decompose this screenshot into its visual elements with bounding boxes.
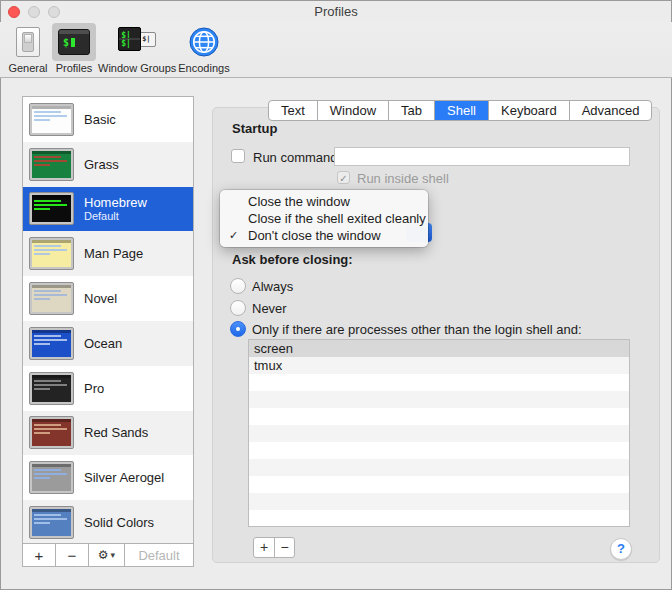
profile-item-red-sands[interactable]: Red Sands [23, 411, 193, 456]
profile-thumbnail [29, 148, 74, 181]
profile-name: Man Page [84, 246, 143, 261]
add-profile-button[interactable]: + [23, 544, 56, 566]
radio-only-if-processes-label: Only if there are processes other than t… [252, 322, 582, 337]
startup-heading: Startup [232, 121, 278, 136]
profile-item-pro[interactable]: Pro [23, 366, 193, 411]
run-inside-shell-checkbox[interactable]: ✓ [337, 171, 350, 184]
toolbar-item-window-groups[interactable]: $| $| $| Window Groups [98, 22, 176, 74]
tab-shell[interactable]: Shell [434, 101, 488, 120]
profile-name: Homebrew [84, 195, 147, 210]
profile-thumbnail [29, 237, 74, 270]
profile-item-man-page[interactable]: Man Page [23, 231, 193, 276]
titlebar[interactable]: Profiles [0, 0, 672, 22]
radio-never-label: Never [252, 301, 287, 316]
toolbar-item-encodings[interactable]: Encodings [178, 22, 229, 74]
profile-item-ocean[interactable]: Ocean [23, 321, 193, 366]
run-command-label: Run command: [253, 150, 341, 165]
profile-item-basic[interactable]: Basic [23, 97, 193, 142]
profile-name: Silver Aerogel [84, 470, 164, 485]
run-command-input[interactable] [334, 147, 630, 166]
profile-item-solid-colors[interactable]: Solid Colors [23, 500, 193, 545]
toolbar-item-label: Window Groups [98, 62, 176, 74]
menu-item-close-window[interactable]: Close the window [220, 193, 428, 210]
process-row-screen[interactable]: screen [249, 340, 629, 357]
tab-advanced[interactable]: Advanced [569, 101, 652, 120]
tab-tab[interactable]: Tab [388, 101, 434, 120]
profiles-list: Basic Grass Homebrew Default Man Page No… [22, 96, 194, 567]
set-default-button[interactable]: Default [125, 544, 193, 566]
tab-keyboard[interactable]: Keyboard [488, 101, 569, 120]
profile-item-novel[interactable]: Novel [23, 276, 193, 321]
run-inside-shell-label: Run inside shell [357, 171, 449, 186]
profile-name: Pro [84, 381, 104, 396]
profile-item-silver-aerogel[interactable]: Silver Aerogel [23, 455, 193, 500]
profile-thumbnail [29, 327, 74, 360]
profile-thumbnail [29, 506, 74, 539]
radio-always[interactable] [230, 278, 246, 294]
profile-name: Grass [84, 157, 119, 172]
run-command-checkbox[interactable] [231, 149, 245, 163]
remove-profile-button[interactable]: − [56, 544, 89, 566]
question-mark-icon: ? [617, 541, 625, 556]
profile-default-badge: Default [84, 210, 147, 222]
profile-item-grass[interactable]: Grass [23, 142, 193, 187]
process-list-buttons: + − [253, 537, 295, 558]
profile-thumbnail [29, 461, 74, 494]
radio-only-if-processes[interactable] [230, 321, 246, 337]
menu-item-dont-close[interactable]: ✓Don't close the window [220, 227, 428, 244]
preferences-window: Profiles General $ Profiles [0, 0, 672, 590]
profile-thumbnail [29, 282, 74, 315]
check-icon: ✓ [229, 227, 238, 244]
tab-window[interactable]: Window [317, 101, 388, 120]
tab-text[interactable]: Text [269, 101, 317, 120]
profile-name: Novel [84, 291, 117, 306]
window-title: Profiles [0, 4, 672, 19]
profile-item-homebrew[interactable]: Homebrew Default [23, 187, 193, 232]
toolbar-item-label: General [8, 62, 47, 74]
menu-item-close-if-clean[interactable]: Close if the shell exited cleanly [220, 210, 428, 227]
chevron-down-icon: ▾ [111, 550, 116, 560]
process-list[interactable]: screen tmux [248, 339, 630, 527]
toolbar-item-label: Profiles [56, 62, 93, 74]
remove-process-button[interactable]: − [274, 538, 294, 557]
check-icon: ✓ [339, 173, 347, 184]
add-process-button[interactable]: + [254, 538, 274, 557]
toolbar-item-general[interactable]: General [6, 22, 50, 74]
process-row-tmux[interactable]: tmux [249, 357, 629, 374]
profile-thumbnail [29, 416, 74, 449]
profile-tabs: Text Window Tab Shell Keyboard Advanced [268, 100, 652, 121]
terminal-profile-icon: $ [58, 29, 90, 55]
globe-icon [189, 27, 219, 57]
profile-name: Solid Colors [84, 515, 154, 530]
profile-thumbnail [29, 103, 74, 136]
preferences-toolbar: General $ Profiles $| $| $| [0, 22, 672, 78]
profiles-list-toolbar: + − ⚙▾ Default [23, 543, 193, 566]
shell-exit-menu: Close the window Close if the shell exit… [220, 190, 428, 247]
help-button[interactable]: ? [610, 538, 632, 560]
general-switch-icon [16, 27, 40, 57]
profile-thumbnail [29, 192, 74, 225]
window-groups-icon: $| $| $| [118, 27, 156, 57]
profile-name: Ocean [84, 336, 122, 351]
profile-thumbnail [29, 372, 74, 405]
profile-name: Red Sands [84, 425, 148, 440]
gear-icon: ⚙ [98, 548, 109, 562]
ask-before-closing-heading: Ask before closing: [232, 252, 353, 267]
radio-never[interactable] [230, 300, 246, 316]
toolbar-item-label: Encodings [178, 62, 229, 74]
toolbar-item-profiles[interactable]: $ Profiles [52, 22, 96, 74]
profile-actions-button[interactable]: ⚙▾ [89, 544, 125, 566]
profile-name: Basic [84, 112, 116, 127]
radio-always-label: Always [252, 279, 293, 294]
